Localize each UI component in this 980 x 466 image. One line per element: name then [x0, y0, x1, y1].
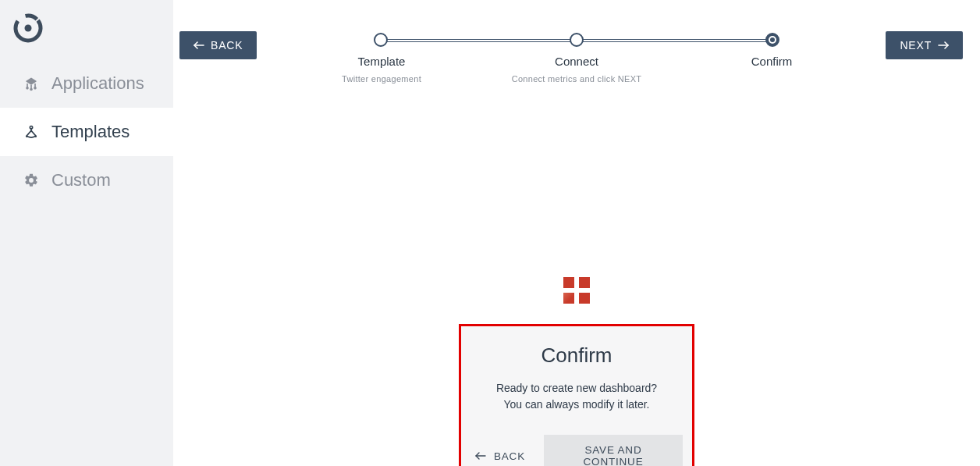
- step-sublabel: Twitter engagement: [327, 74, 436, 84]
- applications-icon: [23, 76, 39, 91]
- sidebar-item-custom[interactable]: Custom: [0, 156, 173, 205]
- step-dot-connect[interactable]: [570, 33, 584, 47]
- step-label: Connect: [491, 55, 662, 68]
- custom-icon: [23, 173, 39, 188]
- svg-point-1: [25, 25, 32, 32]
- confirm-back-label: BACK: [494, 450, 525, 462]
- confirm-title: Confirm: [470, 343, 683, 368]
- back-button-label: BACK: [211, 39, 243, 52]
- arrow-left-icon: [475, 450, 486, 462]
- loading-spinner: [563, 277, 590, 304]
- confirm-back-button[interactable]: BACK: [470, 443, 530, 467]
- confirm-actions: BACK SAVE AND CONTINUE: [470, 435, 683, 466]
- confirm-panel: Confirm Ready to create new dashboard? Y…: [459, 324, 694, 466]
- svg-point-3: [30, 89, 32, 91]
- sidebar-item-label: Applications: [51, 73, 144, 94]
- step-template: Template Twitter engagement: [327, 55, 436, 84]
- main-content: BACK NEXT Template Twitter engagement Co…: [173, 0, 980, 466]
- step-dot-template[interactable]: [374, 33, 388, 47]
- sidebar-item-templates[interactable]: Templates: [0, 108, 173, 156]
- step-connect: Connect Connect metrics and click NEXT: [491, 55, 662, 84]
- save-and-continue-button[interactable]: SAVE AND CONTINUE: [544, 435, 683, 466]
- arrow-right-icon: [938, 39, 949, 52]
- arrow-left-icon: [194, 39, 204, 52]
- save-and-continue-label: SAVE AND CONTINUE: [555, 444, 672, 466]
- step-confirm: Confirm: [717, 55, 826, 68]
- svg-point-2: [27, 87, 28, 89]
- step-sublabel: Connect metrics and click NEXT: [491, 74, 662, 84]
- templates-icon: [23, 124, 39, 140]
- step-label: Confirm: [717, 55, 826, 68]
- back-button[interactable]: BACK: [179, 31, 257, 59]
- next-button-label: NEXT: [900, 39, 932, 52]
- svg-point-4: [34, 87, 36, 89]
- step-label: Template: [327, 55, 436, 68]
- next-button[interactable]: NEXT: [886, 31, 963, 59]
- sidebar-item-label: Custom: [51, 170, 111, 190]
- sidebar-item-applications[interactable]: Applications: [0, 59, 173, 108]
- app-logo: [0, 0, 173, 59]
- confirm-text-line2: You can always modify it later.: [470, 397, 683, 413]
- sidebar: Applications Templates Custom: [0, 0, 173, 466]
- confirm-text-line1: Ready to create new dashboard?: [470, 380, 683, 397]
- sidebar-item-label: Templates: [51, 122, 130, 142]
- step-dot-confirm[interactable]: [765, 33, 779, 47]
